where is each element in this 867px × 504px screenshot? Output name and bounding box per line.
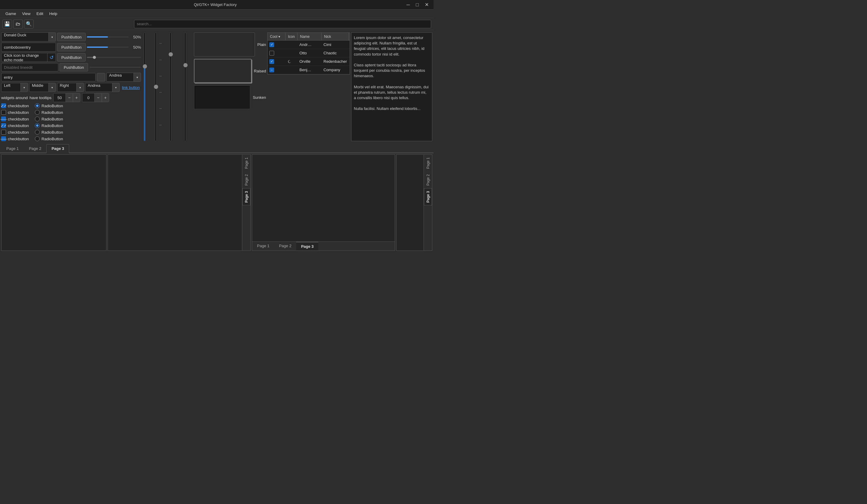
tree-row-2[interactable]: Otto Chaotic bbox=[268, 49, 350, 57]
vt3-page2[interactable]: Page 2 bbox=[424, 172, 432, 188]
tree-row-4[interactable]: − Benj… Company bbox=[268, 66, 350, 74]
plain-frame-row: Plain bbox=[194, 32, 266, 56]
minimize-button[interactable]: ─ bbox=[404, 2, 412, 8]
spinner-2-plus[interactable]: + bbox=[101, 94, 109, 102]
check-4-box[interactable]: ✓ bbox=[1, 123, 6, 128]
spinner-1-input[interactable] bbox=[54, 94, 65, 102]
vt3-page1[interactable]: Page 1 bbox=[424, 155, 432, 172]
dropdown-right[interactable]: Right ▾ bbox=[57, 83, 84, 92]
radio-6-btn[interactable] bbox=[35, 136, 40, 141]
radio-5-btn[interactable] bbox=[35, 130, 40, 134]
radio-6[interactable]: RadioButton bbox=[35, 136, 63, 141]
check-1-box[interactable]: ✓ bbox=[1, 103, 6, 108]
search-input[interactable] bbox=[134, 20, 431, 28]
check-5[interactable]: checkbutton bbox=[1, 130, 29, 134]
vslider-2[interactable] bbox=[164, 32, 177, 141]
ht2-page1[interactable]: Page 1 bbox=[252, 242, 274, 251]
radio-3[interactable]: RadioButton bbox=[35, 117, 63, 121]
ht2-page2[interactable]: Page 2 bbox=[274, 242, 296, 251]
open-button[interactable]: 🗁 bbox=[13, 20, 23, 29]
check-2-box[interactable] bbox=[1, 110, 6, 115]
combo-donald[interactable]: Donald Duck ▾ bbox=[1, 32, 56, 42]
radio-2[interactable]: RadioButton bbox=[35, 110, 63, 115]
dropdown-middle[interactable]: Middle ▾ bbox=[29, 83, 56, 92]
tab-page-1[interactable]: Page 1 bbox=[1, 144, 24, 153]
vslider-3[interactable] bbox=[179, 32, 192, 141]
spinner-2-input[interactable] bbox=[82, 94, 94, 102]
maximize-button[interactable]: □ bbox=[413, 2, 421, 8]
tree-row-1[interactable]: ✓ Andr… Cimi bbox=[268, 41, 350, 49]
dropdown-left-arrow[interactable]: ▾ bbox=[20, 83, 28, 91]
vslider-1[interactable] bbox=[149, 32, 162, 141]
entry-input[interactable] bbox=[1, 73, 96, 81]
radio-4[interactable]: RadioButton bbox=[35, 123, 63, 128]
radio-2-btn[interactable] bbox=[35, 110, 40, 115]
tree-row-3[interactable]: ✓ Orville Redenbacher bbox=[268, 57, 350, 66]
col-cool[interactable]: Cool ▾ bbox=[268, 33, 286, 40]
radio-5[interactable]: RadioButton bbox=[35, 130, 63, 134]
tab-page-2[interactable]: Page 2 bbox=[24, 144, 46, 153]
spinner-1-plus[interactable]: + bbox=[73, 94, 80, 102]
vt3-page3[interactable]: Page 3 bbox=[424, 188, 432, 206]
text-content: Lorem ipsum dolor sit amet, consectetur … bbox=[354, 35, 430, 57]
checkbuttons-column: ✓ checkbutton checkbutton — checkbutton … bbox=[1, 103, 29, 141]
radio-2-label: RadioButton bbox=[42, 110, 63, 115]
dropdown-middle-arrow[interactable]: ▾ bbox=[49, 83, 56, 91]
spinner-1[interactable]: − + bbox=[53, 93, 80, 102]
tab-page-3[interactable]: Page 3 bbox=[46, 144, 69, 153]
check-3[interactable]: — checkbutton bbox=[1, 117, 29, 121]
col-icon[interactable]: Icon bbox=[286, 33, 298, 40]
combo-entry-input[interactable] bbox=[1, 43, 56, 51]
save-button[interactable]: 💾 bbox=[2, 20, 12, 29]
ht2-page3[interactable]: Page 3 bbox=[296, 242, 318, 251]
dropdown-right-text: Right bbox=[57, 83, 76, 91]
andrea-combo-1[interactable]: Andrea ▾ bbox=[106, 73, 141, 82]
check-4[interactable]: ✓ checkbutton bbox=[1, 123, 29, 128]
spinner-2[interactable]: − + bbox=[82, 93, 109, 102]
sliders-area: Plain Raised Sunken bbox=[142, 32, 266, 141]
combo-donald-arrow[interactable]: ▾ bbox=[49, 33, 56, 41]
menu-game[interactable]: Game bbox=[2, 10, 19, 17]
tooltips-have-label: have tooltips bbox=[30, 96, 51, 100]
menu-edit[interactable]: Edit bbox=[33, 10, 46, 17]
menu-help[interactable]: Help bbox=[46, 10, 61, 17]
echo-mode-wrapper[interactable]: Click icon to change echo mode ↺ bbox=[1, 53, 56, 62]
pushbutton-4[interactable]: PushButton bbox=[60, 63, 88, 72]
radio-3-btn[interactable] bbox=[35, 117, 40, 121]
check-1[interactable]: ✓ checkbutton bbox=[1, 103, 29, 108]
check-6-box[interactable]: — bbox=[1, 136, 6, 141]
col-nick[interactable]: Nick bbox=[322, 33, 349, 40]
radio-4-btn[interactable] bbox=[35, 123, 40, 128]
pushbutton-3[interactable]: PushButton bbox=[57, 53, 86, 62]
col-name[interactable]: Name bbox=[298, 33, 322, 40]
radio-1[interactable]: RadioButton bbox=[35, 103, 63, 108]
andrea-arrow-1[interactable]: ▾ bbox=[133, 73, 141, 81]
dropdown-right-arrow[interactable]: ▾ bbox=[76, 83, 84, 91]
vt1-page2[interactable]: Page 2 bbox=[242, 172, 250, 188]
vt1-page1[interactable]: Page 1 bbox=[242, 155, 250, 172]
spinner-2-minus[interactable]: − bbox=[94, 94, 101, 102]
check-2[interactable]: checkbutton bbox=[1, 110, 29, 115]
combo-entry[interactable]: ▾ bbox=[1, 43, 56, 52]
dropdown-left[interactable]: Left ▾ bbox=[1, 83, 28, 92]
search-button[interactable]: 🔍 bbox=[24, 20, 34, 29]
check-3-box[interactable]: — bbox=[1, 117, 6, 121]
dropdown-left-text: Left bbox=[1, 83, 20, 91]
main-vslider[interactable] bbox=[142, 32, 147, 141]
menu-view[interactable]: View bbox=[19, 10, 33, 17]
pushbutton-2[interactable]: PushButton bbox=[57, 43, 86, 51]
entry-swatch[interactable] bbox=[97, 73, 105, 81]
spinner-1-minus[interactable]: − bbox=[65, 94, 73, 102]
close-button[interactable]: ✕ bbox=[422, 2, 431, 8]
radio-1-btn[interactable] bbox=[35, 103, 40, 108]
cell-name-4: Benj… bbox=[298, 68, 322, 72]
andrea-arrow-2[interactable]: ▾ bbox=[112, 83, 119, 91]
echo-mode-button[interactable]: ↺ bbox=[47, 53, 56, 62]
vt1-page3[interactable]: Page 3 bbox=[242, 188, 250, 206]
link-button[interactable]: link button bbox=[121, 84, 141, 91]
check-6[interactable]: — checkbutton bbox=[1, 136, 29, 141]
check-5-box[interactable] bbox=[1, 130, 6, 134]
title-bar-controls: ─ □ ✕ bbox=[404, 2, 431, 8]
andrea-combo-2[interactable]: Andrea ▾ bbox=[85, 83, 120, 92]
pushbutton-1[interactable]: PushButton bbox=[57, 33, 86, 41]
